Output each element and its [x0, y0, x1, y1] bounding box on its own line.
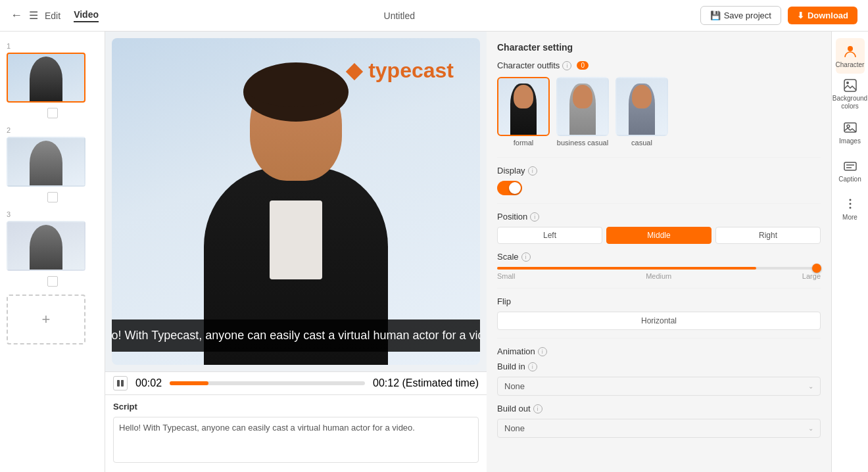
position-left[interactable]: Left	[497, 227, 602, 244]
right-layout: Character setting Character outfits i 0 …	[487, 32, 868, 472]
slide-checkbox[interactable]	[47, 192, 58, 202]
slide-thumbnail[interactable]	[7, 53, 85, 103]
position-group: Left Middle Right	[497, 227, 821, 244]
slider-track	[497, 267, 821, 270]
display-toggle[interactable]	[497, 181, 522, 195]
timeline[interactable]	[170, 381, 365, 385]
time-current: 00:02	[135, 377, 162, 389]
outfits-info-icon[interactable]: i	[562, 61, 571, 70]
outfit-thumb-business-casual[interactable]	[556, 77, 609, 136]
sidebar-icon-caption[interactable]: Caption	[836, 153, 865, 188]
character-icon	[842, 43, 858, 59]
topbar-nav: Edit Video	[45, 9, 99, 22]
svg-rect-7	[844, 162, 856, 170]
outfit-formal-label: formal	[514, 139, 534, 147]
position-label: Position i	[497, 212, 821, 222]
outfit-business-casual[interactable]: business casual	[556, 77, 609, 147]
svg-rect-3	[844, 80, 856, 91]
back-button[interactable]: ←	[11, 9, 22, 22]
nav-video[interactable]: Video	[74, 9, 99, 22]
brand-name: typecast	[368, 59, 454, 82]
build-in-value: None	[504, 381, 525, 391]
divider	[497, 288, 821, 289]
main-layout: 1 2 3 +	[0, 32, 868, 472]
script-input[interactable]: Hello! With Typecast, anyone can easily …	[113, 417, 479, 463]
svg-point-4	[846, 82, 849, 84]
slide-item[interactable]: 1	[0, 38, 105, 122]
slide-item[interactable]: 3	[0, 206, 105, 291]
svg-point-10	[849, 199, 851, 201]
outfits-badge: 0	[577, 61, 589, 70]
animation-info-icon[interactable]: i	[538, 347, 547, 356]
outfit-thumb-casual[interactable]	[615, 77, 668, 136]
subtitle-bar: Hello! With Typecast, anyone can easily …	[112, 319, 480, 352]
character-icon-label: Character	[836, 61, 865, 69]
center-area: ◆ typecast Hello! With Typecast, anyone …	[105, 32, 487, 472]
sidebar-icon-more[interactable]: More	[836, 191, 865, 226]
outfit-casual-label: casual	[631, 139, 652, 147]
position-info-icon[interactable]: i	[530, 212, 539, 222]
position-right[interactable]: Right	[715, 227, 821, 244]
build-out-value: None	[504, 423, 525, 433]
caption-icon	[842, 158, 858, 174]
display-info-icon[interactable]: i	[528, 166, 537, 176]
right-icons-sidebar: Character Background colors	[831, 32, 868, 472]
build-out-dropdown[interactable]: None ⌄	[497, 419, 821, 438]
flip-horizontal-button[interactable]: Horizontal	[497, 312, 821, 330]
save-icon: 💾	[710, 11, 721, 20]
position-middle[interactable]: Middle	[606, 227, 711, 244]
svg-rect-0	[117, 380, 120, 387]
scale-info-icon[interactable]: i	[521, 252, 531, 262]
build-in-info-icon[interactable]: i	[528, 362, 537, 371]
add-slide-button[interactable]: +	[7, 295, 85, 344]
topbar-left: ← ☰ Edit Video	[11, 9, 99, 22]
slide-number: 2	[7, 126, 98, 134]
outfit-formal[interactable]: formal	[497, 77, 550, 147]
background-icon-label: Background colors	[832, 95, 867, 110]
slide-item[interactable]: 2	[0, 122, 105, 206]
timeline-progress	[170, 381, 208, 385]
character-setting-title: Character setting	[497, 42, 821, 53]
project-title: Untitled	[107, 11, 692, 21]
slide-number: 3	[7, 210, 98, 218]
outfit-business-casual-label: business casual	[557, 139, 608, 147]
topbar: ← ☰ Edit Video Untitled 💾 Save project ⬇…	[0, 0, 868, 32]
more-icon-label: More	[842, 214, 857, 222]
slide-thumbnail[interactable]	[7, 221, 85, 271]
images-icon-label: Images	[839, 137, 861, 145]
scale-labels: Small Medium Large	[497, 272, 821, 280]
brand-logo: ◆ typecast	[346, 58, 454, 83]
download-button[interactable]: ⬇ Download	[788, 7, 857, 24]
chevron-down-icon-2: ⌄	[808, 425, 813, 432]
toggle-knob	[509, 182, 521, 194]
divider	[497, 203, 821, 204]
build-in-dropdown[interactable]: None ⌄	[497, 377, 821, 396]
outfit-thumb-formal[interactable]	[497, 77, 550, 136]
script-area: Script Hello! With Typecast, anyone can …	[105, 394, 487, 472]
nav-edit[interactable]: Edit	[45, 11, 60, 21]
topbar-right: 💾 Save project ⬇ Download	[700, 6, 857, 25]
svg-point-2	[848, 46, 853, 51]
slider-thumb[interactable]	[812, 264, 821, 273]
chevron-down-icon: ⌄	[808, 383, 813, 390]
build-out-info-icon[interactable]: i	[533, 404, 542, 413]
download-icon: ⬇	[797, 11, 804, 20]
play-button[interactable]	[113, 376, 128, 390]
slide-checkbox[interactable]	[47, 108, 58, 118]
menu-button[interactable]: ☰	[29, 9, 38, 22]
sidebar-icon-background[interactable]: Background colors	[836, 76, 865, 112]
save-button[interactable]: 💾 Save project	[700, 6, 781, 25]
svg-point-11	[849, 202, 851, 204]
build-in-label: Build in i	[497, 362, 821, 371]
sidebar-icon-images[interactable]: Images	[836, 114, 865, 150]
outfit-casual[interactable]: casual	[615, 77, 668, 147]
svg-point-12	[849, 206, 851, 208]
slide-thumbnail[interactable]	[7, 137, 85, 187]
svg-rect-1	[121, 380, 124, 387]
background-icon	[842, 78, 858, 93]
display-row: Display i	[497, 166, 821, 176]
scale-slider[interactable]	[497, 267, 821, 270]
sidebar-icon-character[interactable]: Character	[836, 38, 865, 74]
time-total: 00:12 (Estimated time)	[373, 377, 479, 389]
slide-checkbox[interactable]	[47, 276, 58, 287]
